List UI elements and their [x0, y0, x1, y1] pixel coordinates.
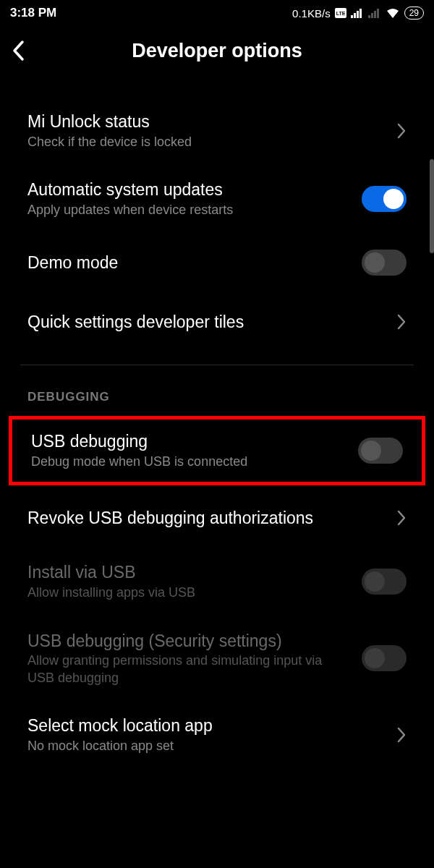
wifi-icon — [386, 8, 400, 19]
back-button[interactable] — [12, 36, 41, 65]
row-title: Select mock location app — [27, 715, 386, 736]
svg-rect-7 — [371, 13, 373, 18]
row-select-mock-location-app[interactable]: Select mock location app No mock locatio… — [0, 701, 434, 769]
svg-rect-6 — [368, 15, 370, 18]
settings-list: Mi Unlock status Check if the device is … — [0, 75, 434, 769]
toggle-knob — [365, 571, 385, 592]
highlight-usb-debugging: USB debugging Debug mode when USB is con… — [9, 416, 425, 485]
chevron-right-icon — [396, 726, 407, 744]
row-mi-unlock-status[interactable]: Mi Unlock status Check if the device is … — [0, 97, 434, 165]
status-time: 3:18 PM — [10, 6, 56, 20]
row-install-via-usb: Install via USB Allow installing apps vi… — [0, 548, 434, 616]
chevron-left-icon — [12, 40, 26, 61]
toggle-install-via-usb — [362, 569, 407, 595]
row-title: Install via USB — [27, 562, 352, 583]
chevron-right-icon — [396, 313, 407, 331]
row-revoke-usb-debugging-authorizations[interactable]: Revoke USB debugging authorizations — [0, 488, 434, 548]
svg-rect-3 — [354, 13, 356, 18]
battery-level: 29 — [409, 7, 419, 19]
toggle-knob — [365, 648, 385, 668]
svg-rect-8 — [374, 11, 376, 18]
svg-rect-4 — [357, 11, 359, 18]
status-right-cluster: 0.1KB/s LTE 29 — [292, 7, 424, 20]
row-title: Quick settings developer tiles — [27, 312, 386, 333]
battery-icon: 29 — [404, 7, 424, 20]
toggle-knob — [361, 441, 381, 461]
row-subtitle: Debug mode when USB is connected — [31, 454, 348, 470]
row-quick-settings-developer-tiles[interactable]: Quick settings developer tiles — [0, 292, 434, 352]
status-bar: 3:18 PM 0.1KB/s LTE 29 — [0, 0, 434, 26]
row-usb-debugging-security-settings: USB debugging (Security settings) Allow … — [0, 616, 434, 702]
signal-2-icon — [368, 8, 381, 18]
row-subtitle: Allow granting permissions and simulatin… — [27, 652, 352, 686]
row-title: Demo mode — [27, 252, 352, 273]
row-title: Revoke USB debugging authorizations — [27, 508, 386, 529]
svg-text:LTE: LTE — [336, 11, 345, 16]
row-title: Mi Unlock status — [27, 111, 386, 132]
row-subtitle: Apply updates when device restarts — [27, 202, 352, 218]
row-demo-mode[interactable]: Demo mode — [0, 233, 434, 292]
toggle-knob — [383, 189, 404, 209]
row-title: USB debugging (Security settings) — [27, 631, 352, 652]
chevron-right-icon — [396, 122, 407, 140]
scrollbar-indicator — [430, 159, 434, 253]
chevron-right-icon — [396, 509, 407, 527]
signal-icon — [351, 8, 364, 18]
row-title: Automatic system updates — [27, 179, 352, 200]
row-subtitle: Allow installing apps via USB — [27, 584, 352, 601]
toggle-demo-mode[interactable] — [362, 250, 407, 276]
row-automatic-system-updates[interactable]: Automatic system updates Apply updates w… — [0, 165, 434, 233]
toggle-knob — [365, 252, 385, 273]
row-subtitle: Check if the device is locked — [27, 134, 386, 150]
svg-rect-9 — [377, 9, 379, 18]
status-net-speed: 0.1KB/s — [292, 7, 331, 20]
row-usb-debugging[interactable]: USB debugging Debug mode when USB is con… — [12, 420, 422, 482]
app-header: Developer options — [0, 26, 434, 75]
svg-rect-5 — [359, 9, 362, 18]
toggle-automatic-system-updates[interactable] — [362, 186, 407, 212]
section-header-debugging: DEBUGGING — [0, 365, 434, 413]
toggle-usb-debugging-security — [362, 645, 407, 671]
row-subtitle: No mock location app set — [27, 738, 386, 754]
svg-rect-2 — [351, 15, 353, 18]
toggle-usb-debugging[interactable] — [358, 438, 403, 464]
volte-icon: LTE — [335, 8, 346, 18]
page-title: Developer options — [0, 40, 434, 62]
row-title: USB debugging — [31, 431, 348, 452]
